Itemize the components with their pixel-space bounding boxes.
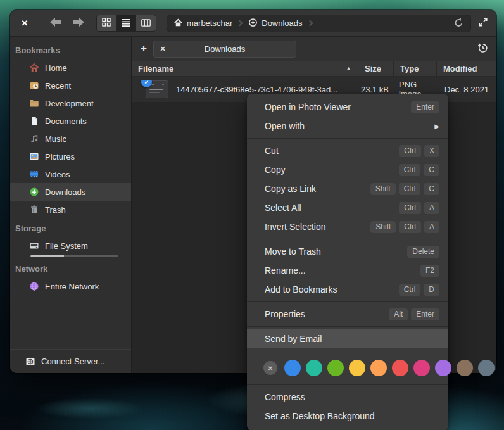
menu-item-set-as-desktop-background[interactable]: Set as Desktop Background — [247, 407, 448, 426]
menu-item-label: Copy as Link — [265, 184, 316, 194]
sidebar-item-label: Trash — [45, 205, 66, 215]
sidebar-item-file-system[interactable]: File System — [10, 237, 131, 255]
menu-item-send-by-email[interactable]: Send by Email — [247, 329, 448, 348]
color-tag-yellow[interactable] — [349, 360, 365, 376]
breadcrumb-label: Downloads — [261, 18, 302, 28]
sidebar-item-documents[interactable]: Documents — [10, 112, 131, 130]
sidebar-item-development[interactable]: Development — [10, 94, 131, 112]
sidebar-item-label: Development — [45, 99, 94, 108]
tab-downloads[interactable]: ✕ Downloads — [153, 41, 296, 58]
menu-item-rename[interactable]: Rename... F2 — [247, 261, 448, 280]
menu-item-invert-selection[interactable]: Invert Selection Shift Ctrl A — [247, 217, 448, 236]
history-button[interactable] — [477, 42, 489, 56]
connect-server-button[interactable]: Connect Server... — [10, 349, 131, 373]
menu-item-open-with[interactable]: Open with ▶ — [247, 117, 448, 136]
key-badge: Delete — [407, 246, 439, 258]
color-tag-purple[interactable] — [435, 360, 451, 376]
menu-item-select-all[interactable]: Select All Ctrl A — [247, 198, 448, 217]
column-header-size[interactable]: Size — [358, 61, 394, 76]
sidebar-item-label: Documents — [45, 117, 87, 126]
sidebar-item-entire-network[interactable]: Entire Network — [10, 277, 131, 295]
column-view-button[interactable] — [136, 15, 156, 31]
refresh-button[interactable] — [453, 17, 464, 30]
file-size: 23.1 kB — [358, 85, 394, 94]
key-badge: Ctrl — [399, 202, 421, 214]
menu-item-copy-as-link[interactable]: Copy as Link Shift Ctrl C — [247, 179, 448, 198]
key-badge: Shift — [370, 183, 396, 195]
list-header: Filename ▲ Size Type Modified — [132, 61, 496, 77]
breadcrumb-home[interactable]: marbetschar — [173, 18, 232, 29]
sidebar-item-music[interactable]: Music — [10, 130, 131, 148]
disk-usage-bar — [30, 255, 118, 257]
menu-item-move-to-trash[interactable]: Move to Trash Delete — [247, 242, 448, 261]
color-tag-mint[interactable] — [306, 360, 322, 376]
sidebar-item-trash[interactable]: Trash — [10, 201, 131, 218]
menu-separator — [247, 384, 448, 385]
music-note-icon — [29, 134, 39, 144]
color-tag-pink[interactable] — [413, 360, 430, 376]
menu-item-label: Compress — [265, 392, 305, 402]
menu-separator — [247, 138, 448, 139]
tab-close-icon[interactable]: ✕ — [154, 45, 172, 53]
key-badge: A — [424, 221, 439, 233]
menu-item-compress[interactable]: Compress — [247, 388, 448, 407]
expand-arrows-icon — [478, 17, 488, 30]
back-button[interactable] — [48, 16, 63, 31]
color-tag-red[interactable] — [392, 360, 408, 376]
color-tag-slate[interactable] — [478, 360, 495, 376]
column-header-modified[interactable]: Modified — [437, 61, 496, 76]
color-tag-brown[interactable] — [457, 360, 473, 376]
menu-item-copy[interactable]: Copy Ctrl C — [247, 160, 448, 179]
grid-view-button[interactable] — [97, 15, 117, 31]
window-close-button[interactable]: ✕ — [15, 18, 34, 28]
videos-icon — [29, 169, 39, 179]
recent-clock-icon — [29, 80, 39, 91]
list-view-button[interactable] — [117, 15, 136, 31]
maximize-button[interactable] — [478, 17, 488, 30]
tab-bar: + ✕ Downloads — [132, 37, 496, 61]
new-tab-button[interactable]: + — [134, 42, 153, 55]
file-modified: Dec 8 2021 — [437, 85, 496, 94]
breadcrumb-separator-icon — [306, 20, 313, 27]
path-bar[interactable]: marbetschar Downloads — [167, 15, 471, 32]
key-badge: Enter — [411, 101, 439, 113]
toolbar: ✕ — [10, 10, 496, 37]
forward-button[interactable] — [71, 16, 86, 31]
color-tag-clear-button[interactable]: ✕ — [263, 361, 277, 375]
column-label: Size — [365, 64, 381, 73]
disk-usage-fill — [30, 255, 64, 257]
menu-item-label: Copy — [265, 165, 286, 175]
menu-item-cut[interactable]: Cut Ctrl X — [247, 141, 448, 160]
server-globe-icon — [25, 357, 35, 367]
menu-item-label: Select All — [265, 203, 301, 213]
menu-item-label: Properties — [265, 309, 305, 319]
menu-item-label: Open in Photo Viewer — [265, 102, 351, 112]
color-tag-blue[interactable] — [284, 360, 301, 376]
key-badge: Ctrl — [399, 221, 421, 233]
sidebar-item-videos[interactable]: Videos — [10, 165, 131, 183]
home-folder-icon — [29, 63, 39, 73]
menu-item-label: Cut — [265, 146, 279, 156]
downloads-icon — [29, 187, 39, 197]
sidebar-item-pictures[interactable]: Pictures — [10, 148, 131, 165]
breadcrumb-downloads[interactable]: Downloads — [248, 18, 302, 29]
sidebar-item-label: Recent — [45, 81, 71, 91]
color-tag-green[interactable] — [327, 360, 344, 376]
column-header-type[interactable]: Type — [394, 61, 437, 76]
color-tag-orange[interactable] — [370, 360, 387, 376]
menu-item-add-to-bookmarks[interactable]: Add to Bookmarks Ctrl D — [247, 280, 448, 299]
column-header-filename[interactable]: Filename ▲ — [132, 61, 358, 76]
menu-item-open-in-photo-viewer[interactable]: Open in Photo Viewer Enter — [247, 98, 448, 117]
key-badge: Ctrl — [399, 284, 421, 296]
sidebar-item-recent[interactable]: Recent — [10, 77, 131, 94]
sidebar-item-home[interactable]: Home — [10, 59, 131, 77]
menu-item-properties[interactable]: Properties Alt Enter — [247, 305, 448, 324]
column-label: Type — [400, 64, 419, 73]
home-icon — [173, 18, 183, 29]
color-tag-row: ✕ — [247, 354, 448, 382]
sidebar-item-downloads[interactable]: Downloads — [10, 183, 131, 201]
context-menu: Open in Photo Viewer Enter Open with ▶ C… — [247, 94, 448, 430]
downloads-emblem-icon — [248, 18, 258, 29]
network-globe-icon — [29, 281, 39, 291]
menu-item-label: Invert Selection — [265, 222, 326, 232]
